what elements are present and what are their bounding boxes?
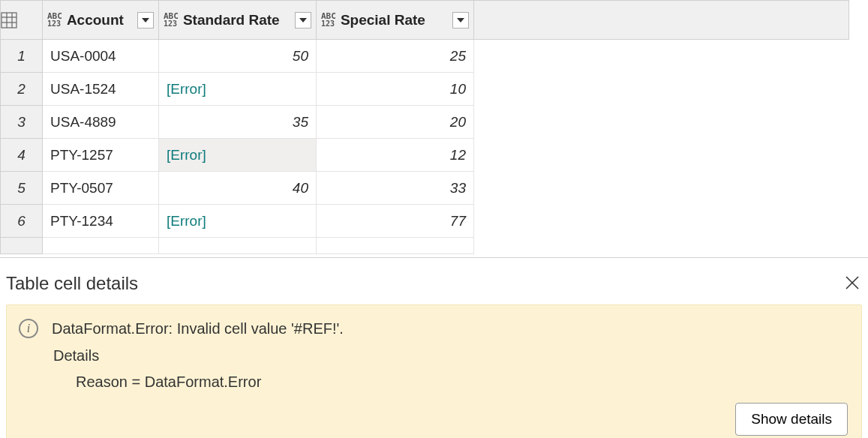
cell-special-rate[interactable]: 77 — [317, 205, 474, 238]
cell-standard-rate[interactable]: [Error] — [159, 205, 317, 238]
column-label: Special Rate — [341, 12, 425, 28]
chevron-down-icon — [299, 18, 307, 22]
row-number[interactable]: 2 — [1, 73, 43, 106]
table-row[interactable]: 4PTY-1257[Error]12 — [1, 139, 849, 172]
cell-special-rate[interactable]: 25 — [317, 40, 474, 73]
cell-account[interactable]: PTY-1234 — [43, 205, 159, 238]
close-button[interactable] — [842, 270, 862, 297]
column-header-account[interactable]: ABC123 Account — [43, 1, 159, 40]
error-reason: Reason = DataFormat.Error — [76, 374, 849, 391]
table-row[interactable]: 3USA-48893520 — [1, 106, 849, 139]
column-filter-button[interactable] — [295, 12, 311, 28]
cell-account[interactable]: PTY-0507 — [43, 172, 159, 205]
cell-special-rate[interactable]: 10 — [317, 73, 474, 106]
datatype-any-icon: ABC123 — [164, 13, 179, 28]
cell-account[interactable]: PTY-1257 — [43, 139, 159, 172]
row-number-empty — [1, 238, 43, 254]
warning-box: i DataFormat.Error: Invalid cell value '… — [6, 304, 862, 438]
chevron-down-icon — [457, 18, 464, 22]
row-number[interactable]: 3 — [1, 106, 43, 139]
details-label: Details — [53, 347, 849, 364]
column-filter-button[interactable] — [452, 12, 469, 28]
row-number[interactable]: 5 — [1, 172, 43, 205]
row-number[interactable]: 1 — [1, 40, 43, 73]
details-title: Table cell details — [6, 273, 138, 294]
svg-rect-0 — [2, 13, 17, 28]
row-number[interactable]: 4 — [1, 139, 43, 172]
datatype-any-icon: ABC123 — [321, 13, 336, 28]
cell-special-rate[interactable]: 20 — [317, 106, 474, 139]
error-message: DataFormat.Error: Invalid cell value '#R… — [52, 320, 344, 338]
empty-cell — [317, 238, 474, 254]
cell-standard-rate[interactable]: 50 — [159, 40, 317, 73]
column-label: Account — [67, 12, 124, 28]
show-details-button[interactable]: Show details — [735, 403, 848, 436]
cell-standard-rate[interactable]: 35 — [159, 106, 317, 139]
cell-standard-rate[interactable]: 40 — [159, 172, 317, 205]
chevron-down-icon — [142, 18, 149, 22]
empty-cell — [159, 238, 317, 254]
cell-account[interactable]: USA-1524 — [43, 73, 159, 106]
table-icon — [1, 12, 17, 28]
cell-account[interactable]: USA-0004 — [43, 40, 159, 73]
cell-account[interactable]: USA-4889 — [43, 106, 159, 139]
header-filler — [474, 1, 849, 40]
cell-special-rate[interactable]: 33 — [317, 172, 474, 205]
data-table: ABC123 Account ABC123 Standard Rate — [0, 0, 868, 258]
table-corner[interactable] — [1, 1, 43, 40]
info-icon: i — [19, 319, 38, 338]
column-header-special-rate[interactable]: ABC123 Special Rate — [317, 1, 474, 40]
table-row[interactable]: 1USA-00045025 — [1, 40, 849, 73]
table-row[interactable]: 2USA-1524[Error]10 — [1, 73, 849, 106]
table-row[interactable]: 5PTY-05074033 — [1, 172, 849, 205]
column-label: Standard Rate — [183, 12, 280, 28]
datatype-any-icon: ABC123 — [47, 13, 62, 28]
cell-standard-rate[interactable]: [Error] — [159, 73, 317, 106]
cell-details-panel: Table cell details i DataFormat.Error: I… — [0, 258, 868, 438]
close-icon — [845, 276, 859, 290]
cell-special-rate[interactable]: 12 — [317, 139, 474, 172]
column-header-standard-rate[interactable]: ABC123 Standard Rate — [159, 1, 317, 40]
cell-standard-rate[interactable]: [Error] — [159, 139, 317, 172]
row-number[interactable]: 6 — [1, 205, 43, 238]
table-row[interactable]: 6PTY-1234[Error]77 — [1, 205, 849, 238]
column-filter-button[interactable] — [137, 12, 154, 28]
empty-cell — [43, 238, 159, 254]
